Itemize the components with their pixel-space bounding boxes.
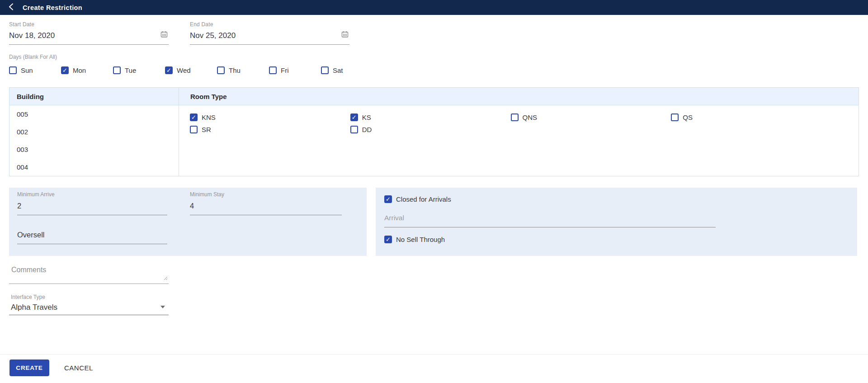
day-checkbox-tue[interactable]: Tue [113, 66, 165, 74]
interface-type-label: Interface Type [9, 294, 169, 300]
checkbox-icon [321, 66, 329, 74]
room-type-checkbox-sr[interactable]: SR [190, 123, 350, 136]
chevron-left-icon [7, 2, 15, 13]
oversell-field[interactable]: Oversell [17, 229, 167, 244]
header-bar: Create Restriction [0, 0, 868, 15]
room-type-checkbox-qs[interactable]: QS [671, 111, 831, 123]
oversell-placeholder[interactable]: Oversell [17, 229, 167, 240]
calendar-icon[interactable] [341, 31, 349, 40]
checkbox-icon [190, 126, 198, 133]
table-body: 005 002 003 004 KNS KS QNS QS SR DD [9, 105, 859, 176]
checkbox-icon [61, 66, 69, 74]
back-button[interactable] [4, 0, 19, 15]
building-row[interactable]: 004 [9, 158, 179, 176]
day-checkbox-fri[interactable]: Fri [269, 66, 321, 74]
checkbox-icon [217, 66, 225, 74]
minimum-stay-label: Minimum Stay [190, 191, 342, 198]
minimum-arrive-value[interactable]: 2 [17, 200, 167, 211]
end-date-label: End Date [190, 21, 349, 28]
room-type-checkbox-ks[interactable]: KS [350, 111, 511, 123]
building-row[interactable]: 002 [9, 123, 179, 141]
building-row[interactable]: 005 [9, 105, 179, 123]
closed-for-arrivals-checkbox[interactable]: Closed for Arrivals [384, 195, 451, 203]
resize-handle-icon[interactable] [164, 274, 168, 282]
create-restriction-page: Create Restriction Start Date Nov 18, 20… [0, 0, 868, 383]
checkbox-icon [269, 66, 277, 74]
stay-restrictions-panel: Minimum Arrive 2 Minimum Stay 4 Oversell [9, 188, 367, 256]
room-type-checkbox-kns[interactable]: KNS [190, 111, 350, 123]
building-roomtype-table: Building Room Type 005 002 003 004 KNS K… [9, 87, 859, 176]
start-date-value[interactable]: Nov 18, 2020 [9, 30, 169, 41]
create-button[interactable]: CREATE [9, 359, 49, 376]
end-date-value[interactable]: Nov 25, 2020 [190, 30, 349, 41]
minimum-stay-field[interactable]: Minimum Stay 4 [190, 191, 342, 215]
page-title: Create Restriction [23, 4, 82, 11]
day-checkbox-sun[interactable]: Sun [9, 66, 61, 74]
comments-textarea[interactable]: Comments [9, 265, 169, 284]
minimum-stay-value[interactable]: 4 [190, 200, 342, 211]
checkbox-icon [511, 113, 519, 121]
no-sell-through-checkbox[interactable]: No Sell Through [384, 236, 445, 243]
room-type-checkbox-qns[interactable]: QNS [511, 111, 671, 123]
day-checkbox-mon[interactable]: Mon [61, 66, 113, 74]
arrival-field[interactable]: Arrival [384, 213, 716, 227]
arrival-placeholder[interactable]: Arrival [384, 213, 716, 223]
day-checkbox-wed[interactable]: Wed [165, 66, 217, 74]
table-header-row: Building Room Type [9, 88, 859, 105]
cancel-button[interactable]: CANCEL [64, 359, 93, 376]
footer-divider [0, 354, 868, 355]
checkbox-icon [384, 236, 392, 243]
start-date-field[interactable]: Start Date Nov 18, 2020 [9, 21, 169, 45]
interface-type-value: Alpha Travels [9, 302, 169, 313]
checkbox-icon [9, 66, 17, 74]
building-row[interactable]: 003 [9, 141, 179, 158]
checkbox-icon [350, 126, 358, 133]
building-column-header: Building [9, 88, 179, 105]
dropdown-arrow-icon [160, 306, 165, 308]
days-label: Days (Blank For All) [9, 54, 57, 60]
day-checkbox-sat[interactable]: Sat [321, 66, 373, 74]
checkbox-icon [113, 66, 121, 74]
checkbox-icon [671, 113, 679, 121]
arrival-restrictions-panel: Closed for Arrivals Arrival No Sell Thro… [376, 188, 857, 256]
days-checkbox-row: Sun Mon Tue Wed Thu Fri Sat [9, 66, 373, 74]
checkbox-icon [190, 113, 198, 121]
room-type-list: KNS KS QNS QS SR DD [179, 105, 859, 176]
minimum-arrive-field[interactable]: Minimum Arrive 2 [17, 191, 167, 215]
room-type-checkbox-dd[interactable]: DD [350, 123, 511, 136]
minimum-arrive-label: Minimum Arrive [17, 191, 167, 198]
checkbox-icon [384, 195, 392, 203]
calendar-icon[interactable] [160, 31, 168, 40]
building-list: 005 002 003 004 [9, 105, 179, 176]
room-type-column-header: Room Type [179, 88, 859, 105]
interface-type-select[interactable]: Interface Type Alpha Travels [9, 294, 169, 315]
comments-placeholder: Comments [11, 266, 46, 274]
end-date-field[interactable]: End Date Nov 25, 2020 [190, 21, 349, 45]
day-checkbox-thu[interactable]: Thu [217, 66, 269, 74]
checkbox-icon [165, 66, 173, 74]
start-date-label: Start Date [9, 21, 169, 28]
checkbox-icon [350, 113, 358, 121]
